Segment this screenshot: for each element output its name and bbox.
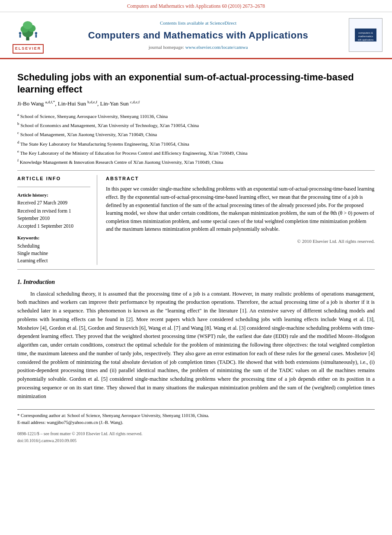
logo-graphic: computers & mathematics with application… [355, 29, 376, 41]
affiliation-c: c School of Management, Xi'an Jiaotong U… [17, 130, 375, 138]
abstract-heading: ABSTRACT [106, 175, 375, 182]
intro-paragraph-1: In classical scheduling theory, it is as… [17, 290, 375, 401]
authors-line: Ji-Bo Wang a,d,f,*, Lin-Hui Sun b,d,e,f,… [17, 99, 375, 108]
svg-text:computers &: computers & [358, 32, 373, 34]
section1-heading: 1. Introduction [17, 277, 375, 287]
sciencedirect-link[interactable]: ScienceDirect [210, 20, 236, 25]
abstract-section: ABSTRACT In this paper we consider singl… [106, 175, 375, 264]
affiliations: a School of Science, Shenyang Aerospace … [17, 111, 375, 166]
keywords-label: Keywords: [17, 234, 90, 242]
keyword-learning-effect: Learning effect [17, 257, 90, 264]
main-content: Scheduling jobs with an exponential sum-… [0, 59, 392, 453]
elsevier-wordmark: ELSEVIER [13, 44, 44, 54]
corresponding-author: * Corresponding author at: School of Sci… [17, 412, 375, 419]
bottom-bar: 0898-1221/$ – see front matter © 2010 El… [17, 430, 375, 444]
revised-date: Received in revised form 1 September 201… [17, 207, 90, 223]
abstract-text: In this paper we consider single-machine… [106, 185, 375, 233]
sciencedirect-line: Contents lists available at ScienceDirec… [52, 19, 344, 27]
section1-body: In classical scheduling theory, it is as… [17, 290, 375, 401]
article-info-abstract-section: ARTICLE INFO Article history: Received 2… [17, 175, 375, 264]
svg-text:with applications: with applications [358, 38, 374, 41]
affiliation-e: e The Key Laboratory of the Ministry of … [17, 148, 375, 157]
author-ji-bo-wang: Ji-Bo Wang a,d,f,* [17, 100, 55, 107]
svg-text:mathematics: mathematics [358, 35, 373, 38]
copyright: © 2010 Elsevier Ltd. All rights reserved… [106, 238, 375, 245]
footnote-area: * Corresponding author at: School of Sci… [17, 409, 375, 426]
elsevier-logo-area: ELSEVIER [9, 16, 48, 54]
elsevier-tree-icon [13, 16, 43, 42]
affiliation-a: a School of Science, Shenyang Aerospace … [17, 111, 375, 120]
svg-rect-6 [19, 35, 21, 38]
journal-logo-box: computers & mathematics with application… [349, 18, 382, 52]
affiliation-d: d The State Key Laboratory for Manufactu… [17, 139, 375, 148]
svg-point-5 [19, 32, 22, 35]
received-date: Received 27 March 2009 [17, 199, 90, 207]
journal-title: Computers and Mathematics with Applicati… [52, 28, 344, 42]
affiliation-f: f Knowledge Management & Innovation Rese… [17, 157, 375, 166]
paper-title: Scheduling jobs with an exponential sum-… [17, 71, 375, 96]
keywords-list: Scheduling Single machine Learning effec… [17, 242, 90, 265]
author-lin-hui-sun: Lin-Hui Sun b,d,e,f [58, 100, 97, 107]
issn-line: 0898-1221/$ – see front matter © 2010 El… [17, 430, 375, 437]
journal-header: ELSEVIER Contents lists available at Sci… [0, 12, 392, 59]
top-bar: Computers and Mathematics with Applicati… [0, 0, 392, 12]
homepage-url[interactable]: www.elsevier.com/locate/camwa [185, 45, 248, 50]
article-info-divider [17, 187, 90, 187]
journal-homepage: journal homepage: www.elsevier.com/locat… [52, 44, 344, 51]
svg-point-7 [35, 32, 38, 35]
keyword-scheduling: Scheduling [17, 242, 90, 250]
history-label: Article history: [17, 191, 90, 199]
section-divider [17, 269, 375, 270]
article-info: ARTICLE INFO Article history: Received 2… [17, 175, 97, 264]
email-line: E-mail address: wangjibo75@yahoo.com.cn … [17, 419, 375, 426]
journal-logo-right: computers & mathematics with application… [349, 18, 383, 52]
journal-citation: Computers and Mathematics with Applicati… [127, 3, 265, 9]
keyword-single-machine: Single machine [17, 250, 90, 257]
article-info-heading: ARTICLE INFO [17, 175, 90, 182]
affiliation-b: b School of Economics and Management, Xi… [17, 121, 375, 129]
header-divider [17, 170, 375, 171]
journal-center: Contents lists available at ScienceDirec… [52, 19, 344, 51]
author-lin-yan-sun: Lin-Yan Sun c,d,e,f [100, 100, 140, 107]
svg-point-4 [23, 21, 32, 29]
accepted-date: Accepted 1 September 2010 [17, 223, 90, 230]
doi-line: doi:10.1016/j.camwa.2010.09.005 [17, 437, 375, 444]
svg-rect-8 [35, 35, 37, 38]
